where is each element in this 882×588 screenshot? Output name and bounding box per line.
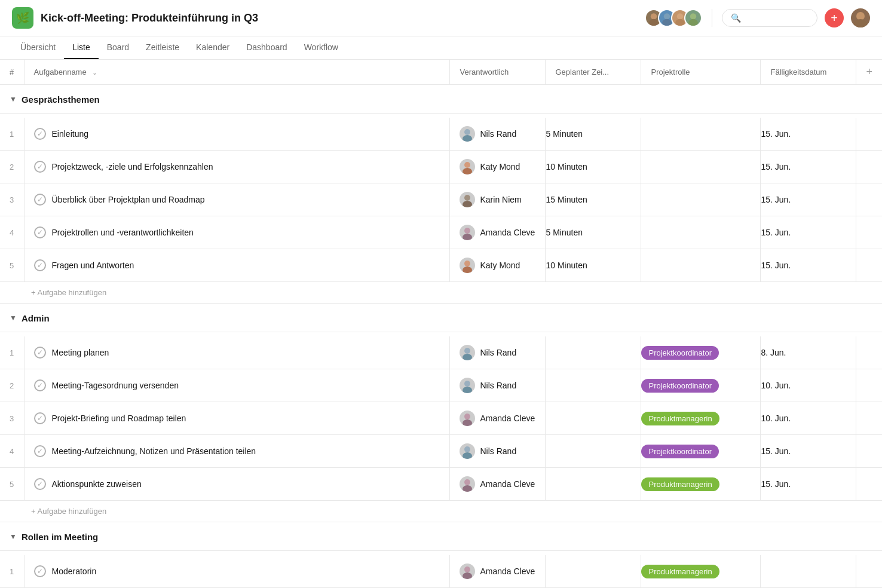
time-cell [546,336,641,369]
table-row[interactable]: 5 ✓ Aktionspunkte zuweisen Amanda Cleve … [0,468,882,501]
tab-workflow[interactable]: Workflow [296,36,347,59]
add-task-row-gespraechsthemen[interactable]: + Aufgabe hinzufügen [0,282,882,304]
check-icon[interactable]: ✓ [34,412,46,424]
svg-point-5 [675,19,685,26]
col-task: Aufgabenname ⌄ [24,60,450,85]
table-row[interactable]: 1 ✓ Meeting planen Nils Rand Projektkoor… [0,336,882,369]
section-toggle-gespraechsthemen[interactable]: ▼ Gesprächsthemen [10,94,100,105]
check-icon[interactable]: ✓ [34,194,46,206]
nav-tabs: Übersicht Liste Board Zeitleiste Kalende… [0,36,882,60]
row-num: 1 [0,118,24,151]
date-cell: 15. Jun. [761,183,856,216]
person-cell[interactable]: Katy Mond [450,249,546,282]
time-cell [546,402,641,435]
section-toggle-admin[interactable]: ▼ Admin [10,313,50,323]
task-cell[interactable]: ✓ Meeting-Aufzeichnung, Notizen und Präs… [24,435,450,468]
task-name: Projekt-Briefing und Roadmap teilen [52,414,186,423]
sort-icon[interactable]: ⌄ [92,69,97,76]
task-cell[interactable]: ✓ Einleitung [24,118,450,151]
task-cell[interactable]: ✓ Fragen und Antworten [24,249,450,282]
time-cell: 5 Minuten [546,216,641,249]
person-avatar [460,476,475,492]
user-avatar[interactable] [851,8,870,27]
person-cell[interactable]: Amanda Cleve [450,216,546,249]
tab-liste[interactable]: Liste [64,36,99,59]
date-cell: 15. Jun. [761,151,856,183]
tab-kalender[interactable]: Kalender [188,36,238,59]
row-num: 1 [0,336,24,369]
person-cell[interactable]: Amanda Cleve [450,402,546,435]
section-toggle-rollen-im-meeting[interactable]: ▼ Rollen im Meeting [10,532,98,542]
date-cell: 15. Jun. [761,435,856,468]
svg-point-7 [688,19,698,26]
tab-board[interactable]: Board [99,36,137,59]
person-cell[interactable]: Nils Rand [450,336,546,369]
role-badge: Projektkoordinator [641,379,719,393]
check-icon[interactable]: ✓ [34,259,46,271]
time-cell: 15 Minuten [546,183,641,216]
table-row[interactable]: 4 ✓ Meeting-Aufzeichnung, Notizen und Pr… [0,435,882,468]
person-name: Nils Rand [480,446,516,456]
row-actions [856,216,882,249]
task-cell[interactable]: ✓ Projektzweck, -ziele und Erfolgskennza… [24,151,450,183]
role-cell: Produktmanagerin [641,402,761,435]
check-icon[interactable]: ✓ [34,347,46,359]
chevron-icon: ▼ [10,314,17,322]
check-icon[interactable]: ✓ [34,445,46,457]
row-actions [856,118,882,151]
check-icon[interactable]: ✓ [34,161,46,173]
table-row[interactable]: 2 ✓ Projektzweck, -ziele und Erfolgskenn… [0,151,882,183]
person-avatar [460,258,475,273]
search-box[interactable]: 🔍 [722,9,817,27]
tab-uebersicht[interactable]: Übersicht [12,36,64,59]
date-cell: 10. Jun. [761,402,856,435]
task-name: Projektzweck, -ziele und Erfolgskennzahl… [52,162,213,172]
person-name: Amanda Cleve [480,228,535,237]
svg-point-2 [664,13,670,19]
task-cell[interactable]: ✓ Meeting-Tagesordnung versenden [24,369,450,402]
person-cell[interactable]: Nils Rand [450,118,546,151]
person-cell[interactable]: Nils Rand [450,435,546,468]
svg-point-20 [464,348,470,354]
tab-zeitleiste[interactable]: Zeitleiste [137,36,188,59]
add-button[interactable]: + [825,8,844,27]
table-row[interactable]: 4 ✓ Projektrollen und -verantwortlichkei… [0,216,882,249]
check-icon[interactable]: ✓ [34,565,46,577]
table-row[interactable]: 3 ✓ Projekt-Briefing und Roadmap teilen … [0,402,882,435]
person-cell[interactable]: Katy Mond [450,151,546,183]
task-cell[interactable]: ✓ Überblick über Projektplan und Roadmap [24,183,450,216]
row-actions [856,336,882,369]
task-cell[interactable]: ✓ Aktionspunkte zuweisen [24,468,450,501]
table-row[interactable]: 1 ✓ Moderatorin Amanda Cleve Produktmana… [0,555,882,588]
person-cell[interactable]: Amanda Cleve [450,468,546,501]
add-task-button[interactable]: + Aufgabe hinzufügen [31,288,106,297]
person-cell[interactable]: Nils Rand [450,369,546,402]
check-icon[interactable]: ✓ [34,478,46,490]
person-cell[interactable]: Karin Niem [450,183,546,216]
row-num: 4 [0,216,24,249]
check-icon[interactable]: ✓ [34,226,46,238]
task-table: # Aufgabenname ⌄ Verantwortlich Geplante… [0,60,882,588]
person-cell[interactable]: Amanda Cleve [450,555,546,588]
check-icon[interactable]: ✓ [34,128,46,140]
check-icon[interactable]: ✓ [34,379,46,391]
add-task-row-admin[interactable]: + Aufgabe hinzufügen [0,501,882,522]
table-row[interactable]: 3 ✓ Überblick über Projektplan und Roadm… [0,183,882,216]
add-task-button[interactable]: + Aufgabe hinzufügen [31,507,106,516]
header-divider [712,9,712,27]
table-row[interactable]: 2 ✓ Meeting-Tagesordnung versenden Nils … [0,369,882,402]
table-row[interactable]: 1 ✓ Einleitung Nils Rand 5 Minuten 15. J… [0,118,882,151]
task-cell[interactable]: ✓ Moderatorin [24,555,450,588]
task-name: Moderatorin [52,566,97,576]
tab-dashboard[interactable]: Dashboard [238,36,296,59]
svg-point-11 [463,135,472,142]
svg-point-6 [690,13,696,19]
svg-point-31 [463,572,472,579]
task-cell[interactable]: ✓ Meeting planen [24,336,450,369]
task-cell[interactable]: ✓ Projekt-Briefing und Roadmap teilen [24,402,450,435]
task-cell[interactable]: ✓ Projektrollen und -verantwortlichkeite… [24,216,450,249]
col-add[interactable]: + [856,60,882,85]
table-row[interactable]: 5 ✓ Fragen und Antworten Katy Mond 10 Mi… [0,249,882,282]
person-avatar [460,411,475,426]
svg-point-18 [464,261,470,267]
